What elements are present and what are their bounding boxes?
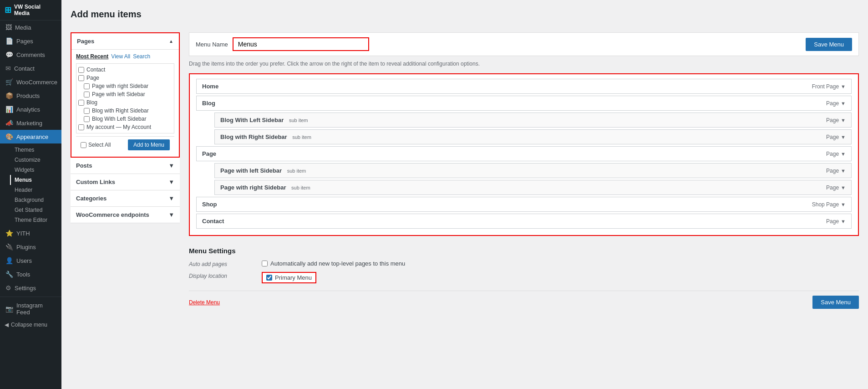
sidebar-item-pages[interactable]: 📄 Pages — [0, 34, 61, 48]
save-menu-button-top[interactable]: Save Menu — [806, 38, 852, 51]
chevron-down-icon[interactable]: ▼ — [841, 101, 846, 106]
sidebar-item-media[interactable]: 🖼 Media — [0, 20, 61, 34]
checkbox-my-account[interactable] — [78, 124, 84, 130]
delete-menu-link[interactable]: Delete Menu — [189, 299, 220, 306]
sidebar-sub-themes[interactable]: Themes — [10, 145, 61, 155]
sidebar-item-yith[interactable]: ⭐ YITH — [0, 226, 61, 240]
sidebar-item-tools[interactable]: 🔧 Tools — [0, 267, 61, 281]
menu-item-home-label: Home — [202, 83, 218, 90]
page-list-label: Blog with Right Sidebar — [92, 107, 149, 114]
sidebar-item-plugins[interactable]: 🔌 Plugins — [0, 240, 61, 254]
contact-icon: ✉ — [5, 65, 11, 72]
menu-item-blog-left-sidebar[interactable]: Blog With Left Sidebar sub item Page ▼ — [214, 113, 852, 128]
menu-item-blog[interactable]: Blog Page ▼ — [196, 96, 852, 111]
comments-icon: 💬 — [5, 51, 13, 58]
menu-item-contact[interactable]: Contact Page ▼ — [196, 214, 852, 229]
add-to-menu-button[interactable]: Add to Menu — [128, 139, 170, 150]
woo-endpoints-section: WooCommerce endpoints ▼ — [71, 207, 180, 223]
sidebar-item-appearance[interactable]: 🎨 Appearance — [0, 130, 61, 143]
custom-links-header[interactable]: Custom Links ▼ — [71, 174, 180, 190]
select-all-label[interactable]: Select All — [81, 142, 111, 148]
chevron-down-icon[interactable]: ▼ — [841, 118, 846, 123]
sidebar-item-users[interactable]: 👤 Users — [0, 254, 61, 267]
checkbox-contact[interactable] — [78, 67, 84, 73]
sidebar-item-analytics[interactable]: 📊 Analytics — [0, 102, 61, 116]
sidebar-item-settings[interactable]: ⚙ Settings — [0, 281, 61, 295]
sidebar-item-marketing[interactable]: 📣 Marketing — [0, 116, 61, 130]
page-list-label: Page with left Sidebar — [92, 91, 145, 97]
checkbox-page[interactable] — [78, 75, 84, 81]
menu-item-contact-type: Page ▼ — [826, 218, 846, 225]
checkbox-blog-right-sidebar[interactable] — [84, 108, 90, 114]
woo-endpoints-header[interactable]: WooCommerce endpoints ▼ — [71, 207, 180, 223]
sub-item-label: sub item — [289, 118, 308, 123]
menu-name-input[interactable] — [233, 37, 369, 51]
list-item-blog-left-sidebar: Blog With Left Sidebar — [78, 115, 172, 123]
menu-item-page[interactable]: Page Page ▼ — [196, 146, 852, 161]
pages-accordion-header[interactable]: Pages ▲ — [71, 33, 179, 49]
sidebar-sub-theme-editor[interactable]: Theme Editor — [10, 215, 61, 225]
posts-section: Posts ▼ — [71, 158, 180, 174]
pages-list: Contact Page Page with right Sidebar — [76, 63, 174, 133]
checkbox-page-left-sidebar[interactable] — [84, 92, 90, 97]
menu-item-blog-right-sidebar[interactable]: Blog with Right Sidebar sub item Page ▼ — [214, 129, 852, 144]
chevron-down-icon[interactable]: ▼ — [841, 185, 846, 190]
auto-add-checkbox-row[interactable]: Automatically add new top-level pages to… — [262, 260, 405, 267]
chevron-down-icon[interactable]: ▼ — [841, 168, 846, 174]
list-item-blog-right-sidebar: Blog with Right Sidebar — [78, 107, 172, 115]
add-menu-items-panel: Pages ▲ Most Recent View All Search C — [71, 32, 180, 309]
custom-links-label: Custom Links — [76, 179, 115, 185]
sidebar-sub-menus[interactable]: Menus — [10, 175, 61, 185]
chevron-down-icon[interactable]: ▼ — [841, 84, 846, 89]
tab-view-all[interactable]: View All — [111, 53, 130, 60]
menu-item-page-right-sidebar[interactable]: Page with right Sidebar sub item Page ▼ — [214, 180, 852, 195]
menu-item-blog-label: Blog — [202, 100, 215, 107]
menu-item-contact-label: Contact — [202, 218, 224, 225]
auto-add-checkbox[interactable] — [262, 261, 268, 266]
list-item-my-account: My account — My Account — [78, 123, 172, 131]
sidebar-item-instagram-feed[interactable]: 📷 Instagram Feed — [0, 299, 61, 319]
save-menu-button-bottom[interactable]: Save Menu — [812, 296, 859, 309]
right-column: Menu Name Save Menu Drag the items into … — [189, 32, 859, 309]
posts-header[interactable]: Posts ▼ — [71, 158, 180, 174]
pages-panel-footer: Select All Add to Menu — [76, 136, 174, 153]
categories-header[interactable]: Categories ▼ — [71, 190, 180, 206]
sidebar-sub-widgets[interactable]: Widgets — [10, 165, 61, 175]
menu-item-blog-left-sidebar-type: Page ▼ — [826, 117, 846, 123]
sidebar-sub-background[interactable]: Background — [10, 195, 61, 205]
chevron-down-icon[interactable]: ▼ — [841, 134, 846, 140]
menu-item-page-label: Page — [202, 150, 216, 157]
sidebar-divider — [0, 297, 61, 297]
sidebar-item-comments[interactable]: 💬 Comments — [0, 48, 61, 61]
menu-item-home[interactable]: Home Front Page ▼ — [196, 79, 852, 94]
auto-add-content: Automatically add new top-level pages to… — [262, 260, 405, 267]
sub-item-label: sub item — [287, 168, 306, 174]
chevron-down-icon[interactable]: ▼ — [841, 151, 846, 157]
menu-item-page-left-sidebar[interactable]: Page with left Sidebar sub item Page ▼ — [214, 163, 852, 178]
menu-item-page-right-sidebar-type: Page ▼ — [826, 184, 846, 191]
checkbox-blog[interactable] — [78, 100, 84, 106]
sidebar-item-contact[interactable]: ✉ Contact — [0, 61, 61, 75]
checkbox-blog-left-sidebar[interactable] — [84, 116, 90, 122]
tab-search[interactable]: Search — [133, 53, 150, 60]
appearance-icon: 🎨 — [5, 133, 13, 140]
collapse-menu-button[interactable]: ◀ Collapse menu — [0, 319, 61, 331]
main-content: Add menu items Pages ▲ Most Recent View … — [61, 0, 868, 389]
sub-item-label: sub item — [292, 134, 311, 140]
menu-item-page-type: Page ▼ — [826, 151, 846, 157]
menu-item-shop[interactable]: Shop Shop Page ▼ — [196, 197, 852, 212]
select-all-checkbox[interactable] — [81, 142, 86, 148]
tab-most-recent[interactable]: Most Recent — [76, 53, 108, 60]
list-item-page-right-sidebar: Page with right Sidebar — [78, 82, 172, 90]
sidebar-sub-header[interactable]: Header — [10, 185, 61, 195]
menu-item-page-right-sidebar-label: Page with right Sidebar sub item — [220, 184, 310, 191]
drag-instruction: Drag the items into the order you prefer… — [189, 61, 859, 67]
chevron-down-icon[interactable]: ▼ — [841, 202, 846, 207]
primary-menu-checkbox[interactable] — [266, 275, 272, 281]
sidebar-sub-customize[interactable]: Customize — [10, 155, 61, 165]
sidebar-item-woocommerce[interactable]: 🛒 WooCommerce — [0, 75, 61, 89]
chevron-down-icon[interactable]: ▼ — [841, 219, 846, 224]
sidebar-sub-get-started[interactable]: Get Started — [10, 205, 61, 215]
sidebar-item-products[interactable]: 📦 Products — [0, 89, 61, 102]
checkbox-page-right-sidebar[interactable] — [84, 83, 90, 89]
